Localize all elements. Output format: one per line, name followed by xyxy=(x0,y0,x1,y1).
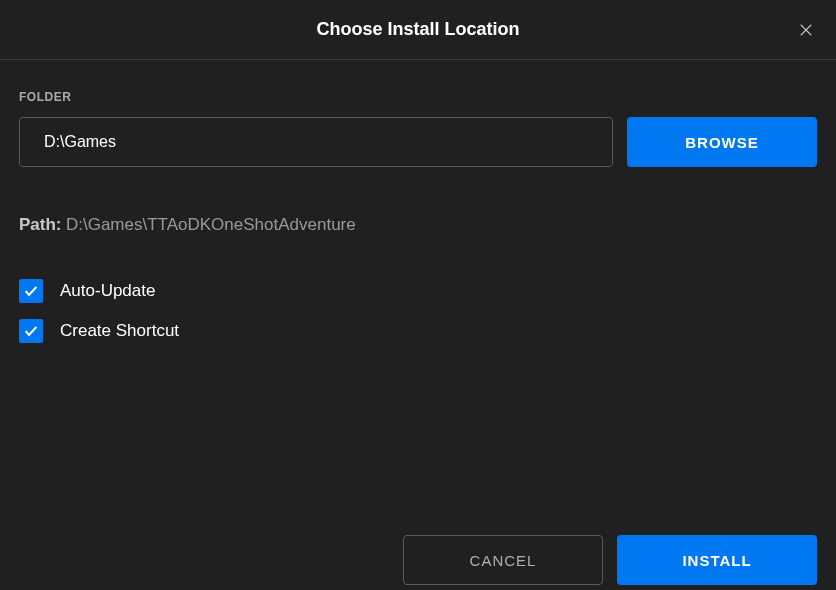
install-path-display: Path: D:\Games\TTAoDKOneShotAdventure xyxy=(19,215,817,235)
path-value: D:\Games\TTAoDKOneShotAdventure xyxy=(66,215,356,234)
close-button[interactable] xyxy=(794,18,818,42)
cancel-button[interactable]: CANCEL xyxy=(403,535,603,585)
path-label: Path: xyxy=(19,215,62,234)
folder-section-label: FOLDER xyxy=(19,90,817,104)
auto-update-label[interactable]: Auto-Update xyxy=(60,281,155,301)
install-button[interactable]: INSTALL xyxy=(617,535,817,585)
checkmark-icon xyxy=(23,323,39,339)
auto-update-checkbox[interactable] xyxy=(19,279,43,303)
checkmark-icon xyxy=(23,283,39,299)
close-icon xyxy=(797,21,815,39)
create-shortcut-label[interactable]: Create Shortcut xyxy=(60,321,179,341)
folder-path-input[interactable] xyxy=(19,117,613,167)
create-shortcut-checkbox[interactable] xyxy=(19,319,43,343)
dialog-title: Choose Install Location xyxy=(316,19,519,40)
browse-button[interactable]: BROWSE xyxy=(627,117,817,167)
